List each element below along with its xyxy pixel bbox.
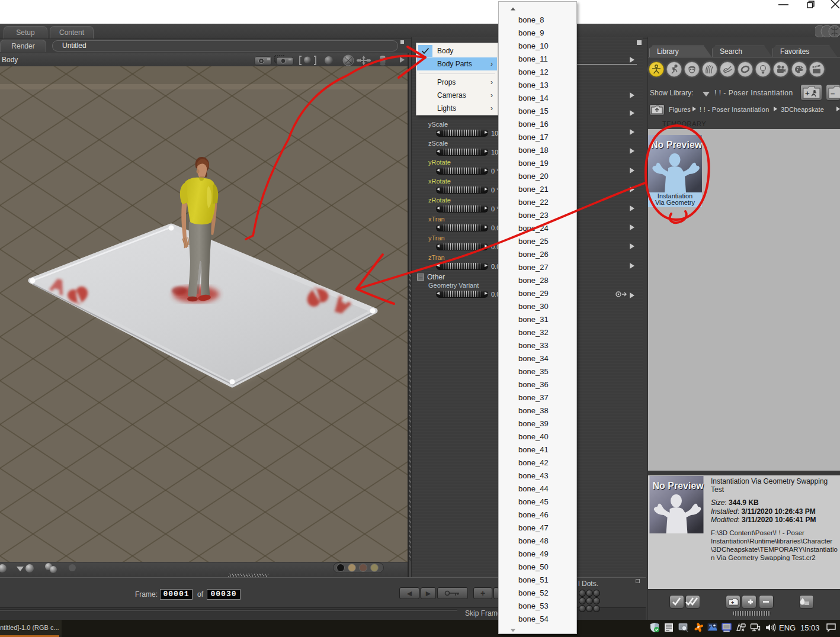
- svg-text:No Preview: No Preview: [653, 481, 704, 491]
- svg-text:–: –: [831, 89, 835, 98]
- svg-text:+: +: [731, 600, 734, 606]
- svg-text:No Preview: No Preview: [651, 140, 702, 150]
- svg-text:+: +: [805, 89, 810, 98]
